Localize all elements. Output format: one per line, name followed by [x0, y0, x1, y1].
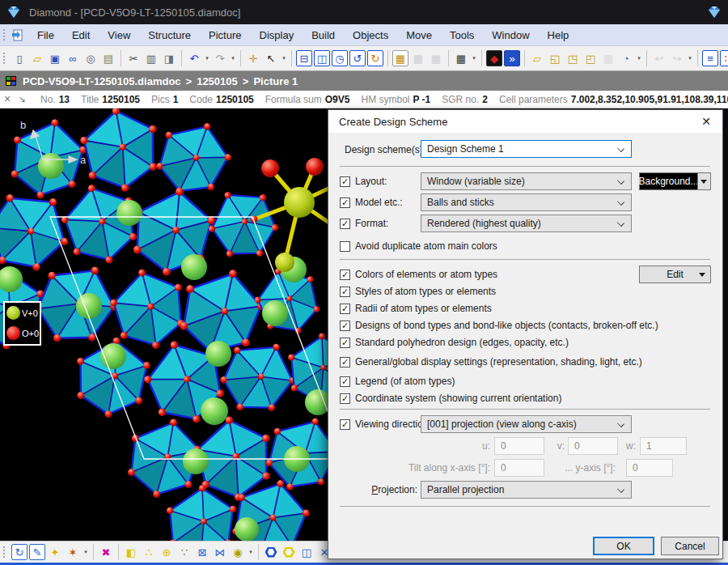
copy-icon[interactable]: ▥ — [143, 50, 159, 66]
model-checkbox[interactable] — [340, 198, 350, 208]
colors-checkbox[interactable] — [340, 270, 350, 280]
background-dropdown-button[interactable] — [697, 172, 711, 190]
layout-checkbox[interactable] — [340, 176, 350, 187]
dialog-close-button[interactable]: ✕ — [690, 110, 722, 133]
menu-build[interactable]: Build — [303, 24, 344, 45]
toolbar-grip[interactable] — [2, 52, 6, 65]
menu-window[interactable]: Window — [483, 24, 538, 45]
avoid-duplicate-checkbox[interactable] — [340, 241, 350, 252]
menu-move[interactable]: Move — [397, 24, 441, 45]
find-icon[interactable]: ∞ — [65, 50, 81, 66]
build-tool-icon[interactable]: ✶ — [65, 544, 81, 560]
viewing-direction-combobox[interactable]: [001] projection (view along c-axis) — [421, 415, 632, 433]
breadcrumb-structure[interactable]: 1250105 — [197, 75, 238, 87]
ok-button[interactable]: OK — [593, 537, 654, 555]
screen-view-icon[interactable]: ◆ — [486, 50, 502, 66]
add-atom-icon[interactable]: ⊕ — [159, 544, 175, 560]
list-view-icon[interactable]: ≡ — [702, 50, 718, 66]
polyhedra-stack-icon[interactable]: ◫ — [298, 544, 315, 560]
infobar-close-icon[interactable]: ✕ — [0, 94, 15, 104]
connect-atoms-icon[interactable]: ⋈ — [212, 544, 228, 560]
play-time-icon-dropdown[interactable] — [635, 50, 643, 66]
data-sheet-icon-dropdown[interactable] — [470, 50, 478, 66]
menu-view[interactable]: View — [99, 24, 139, 45]
styles-checkbox[interactable] — [340, 287, 350, 297]
v-input[interactable]: 0 — [568, 437, 618, 455]
history-icon[interactable]: ◷ — [332, 50, 348, 66]
background-button[interactable]: Background... — [639, 172, 698, 190]
broken-bond-icon[interactable]: ∵ — [176, 544, 193, 560]
select-arrow-icon[interactable]: ↖ — [263, 50, 279, 66]
bond-designs-checkbox[interactable] — [340, 321, 350, 331]
open-file-icon[interactable]: ▱ — [29, 50, 45, 66]
menu-tools[interactable]: Tools — [441, 24, 483, 45]
picture-copy-icon[interactable]: ◳ — [565, 50, 581, 66]
menu-structure[interactable]: Structure — [139, 24, 200, 45]
cut-icon[interactable]: ✂ — [125, 50, 142, 66]
w-input[interactable]: 1 — [640, 437, 687, 455]
print-preview-icon[interactable]: ◎ — [83, 50, 99, 66]
atom-group-icon[interactable]: ∴ — [141, 544, 157, 560]
infobar-popout-icon[interactable]: ↘ — [15, 94, 29, 104]
tilt-x-input[interactable]: 0 — [494, 459, 544, 477]
packing-icon[interactable]: ◉ — [230, 544, 246, 560]
select-arrow-icon-dropdown[interactable] — [280, 50, 288, 66]
new-table-icon[interactable]: ▦ — [392, 50, 408, 66]
nav-forward-icon-dropdown[interactable] — [686, 50, 694, 66]
save-icon[interactable]: ▣ — [47, 50, 63, 66]
polyhedron-filled-icon[interactable] — [281, 544, 297, 560]
coordinate-system-checkbox[interactable] — [340, 393, 350, 404]
projection-combobox[interactable]: Parallel projection — [421, 481, 632, 499]
redo-icon[interactable]: ↷ — [212, 50, 228, 66]
menubar-grip[interactable] — [2, 28, 6, 41]
edit-button[interactable]: Edit — [639, 266, 711, 283]
split-view-icon[interactable]: ◫ — [314, 50, 330, 66]
paste-icon[interactable]: ◨ — [161, 50, 177, 66]
new-picture-icon[interactable]: ▱ — [529, 50, 545, 66]
packing-icon-dropdown[interactable] — [247, 544, 255, 560]
undo-icon-dropdown[interactable] — [203, 50, 211, 66]
destroy-icon[interactable]: ✖ — [98, 544, 114, 560]
play-time-icon[interactable]: ◔ — [618, 50, 634, 66]
format-combobox[interactable]: Rendered (highest quality) — [421, 215, 632, 232]
picture-frame-icon[interactable]: ◰ — [582, 50, 599, 66]
global-display-checkbox[interactable] — [340, 357, 350, 367]
cell-edges-icon[interactable]: ⊠ — [194, 544, 210, 560]
polyhedron-design-checkbox[interactable] — [340, 338, 350, 348]
advance-icon[interactable]: » — [504, 50, 520, 66]
menu-objects[interactable]: Objects — [344, 24, 397, 45]
update-picture-icon[interactable]: ↻ — [11, 544, 28, 560]
menu-file[interactable]: File — [28, 24, 63, 45]
pan-icon[interactable]: ✛ — [245, 50, 261, 66]
radii-checkbox[interactable] — [340, 304, 350, 314]
fill-atoms-icon[interactable]: ◧ — [123, 544, 139, 560]
redo-icon-dropdown[interactable] — [229, 50, 237, 66]
menu-picture[interactable]: Picture — [200, 24, 250, 45]
toolbar-grip[interactable] — [2, 546, 6, 559]
format-checkbox[interactable] — [340, 219, 350, 229]
u-input[interactable]: 0 — [494, 437, 544, 455]
breadcrumb-document[interactable]: PCD-V5O9-LT-1250105.diamdoc — [23, 75, 181, 87]
undo-view-icon[interactable]: ↺ — [349, 50, 366, 66]
cancel-button[interactable]: Cancel — [661, 537, 719, 555]
undo-icon[interactable]: ↶ — [186, 50, 202, 66]
menu-edit[interactable]: Edit — [63, 24, 99, 45]
menu-display[interactable]: Display — [251, 24, 303, 45]
tilt-y-input[interactable]: 0 — [626, 459, 673, 477]
viewing-direction-checkbox[interactable] — [340, 419, 350, 430]
edit-comment-icon[interactable]: ✎ — [29, 544, 45, 560]
menu-help[interactable]: Help — [539, 24, 578, 45]
data-sheet-icon[interactable]: ▦ — [453, 50, 469, 66]
tree-view-icon[interactable]: ⊟ — [296, 50, 312, 66]
design-scheme-combobox[interactable]: Design Scheme 1 — [421, 140, 632, 158]
properties-icon[interactable]: ∷ — [720, 50, 728, 66]
new-file-icon[interactable]: ▯ — [11, 50, 28, 66]
print-icon[interactable]: ▤ — [100, 50, 116, 66]
document-switch-icon[interactable] — [11, 28, 25, 42]
model-combobox[interactable]: Balls and sticks — [421, 193, 632, 211]
picture-insert-icon[interactable]: ◱ — [547, 50, 563, 66]
layout-combobox[interactable]: Window (variable size) — [421, 172, 632, 190]
refresh-icon[interactable]: ↻ — [367, 50, 383, 66]
breadcrumb-picture[interactable]: Picture 1 — [253, 75, 298, 87]
legend-checkbox[interactable] — [340, 376, 350, 387]
